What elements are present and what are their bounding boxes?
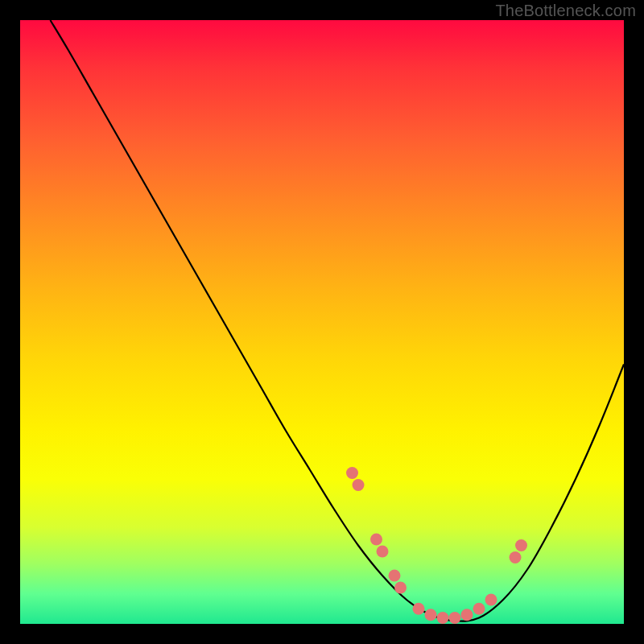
data-point [461,609,473,621]
data-point [485,594,497,606]
data-point [437,612,449,624]
data-point [515,539,527,551]
curve-layer [20,20,624,624]
data-point [394,582,407,594]
data-point [510,551,522,564]
data-point [473,603,485,615]
data-points [346,467,527,624]
data-point [346,467,358,479]
watermark-text: TheBottleneck.com [495,2,636,20]
data-point [449,612,461,624]
data-point [425,609,437,621]
plot-area [20,20,624,624]
chart-frame: TheBottleneck.com [0,0,644,644]
data-point [370,534,382,546]
bottleneck-curve [51,20,625,621]
data-point [389,570,401,582]
data-point [377,546,389,558]
data-point [353,479,365,491]
data-point [413,603,425,615]
